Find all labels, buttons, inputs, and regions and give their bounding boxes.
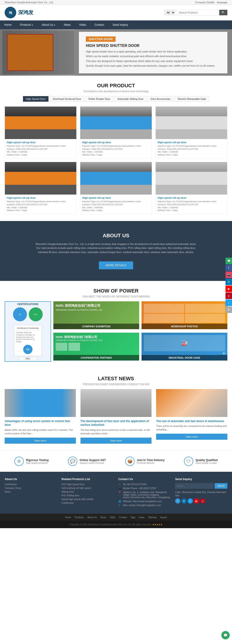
tab-electric-retractable[interactable]: Electric Retractable Gate	[175, 96, 209, 102]
news-viewmore-1[interactable]: View more	[5, 438, 76, 444]
footer-link-news[interactable]: News	[5, 490, 57, 493]
cooperative-partner-item[interactable]: Hofic 深圳鸿发自动门有限公司 SHENZHEN HONGFA AUTOMA…	[53, 333, 139, 360]
nav-send-inquiry[interactable]: Send Inquiry	[108, 20, 132, 29]
social-icon-in[interactable]: in	[181, 498, 187, 504]
sidebar-instagram[interactable]: 📷	[226, 272, 232, 278]
company-details-link[interactable]: Company Details	[195, 1, 215, 4]
footer-about-title: About Us	[5, 478, 57, 481]
feature-delivery-text: Just In Time Delivery Punctual delivery	[137, 458, 165, 464]
footer-nav-sitemap[interactable]: Sitemap	[148, 516, 157, 519]
certifications-box: CERTIFICATIONS CE FMC Certificate of Con…	[5, 301, 51, 362]
support-icon: 💬	[68, 457, 77, 466]
quality-icon: 🛡	[184, 457, 193, 466]
product-image-5	[80, 162, 152, 194]
footer-link-roller-shutter[interactable]: Speed high speed roller shutter	[61, 498, 114, 500]
search-button[interactable]: 🔍	[219, 10, 227, 15]
more-details-button[interactable]: MORE DETAILS	[99, 262, 133, 269]
news-card-2: The development of fast door and the app…	[80, 389, 152, 444]
top-bar: Shenzhen Hongfa Automatic Door Co., Ltd.…	[0, 0, 232, 5]
product-name-3: High-speed roll-up door	[158, 141, 225, 144]
footer-nav-home[interactable]: Home	[65, 516, 71, 519]
search-category-select[interactable]: All	[164, 10, 175, 15]
about-section: ABOUT US Shenzhen Hongfa Automatic Door …	[0, 221, 232, 281]
sidebar-fb[interactable]: f	[226, 265, 232, 271]
testing-icon: ⚙	[14, 457, 24, 466]
nav-products[interactable]: Products	[16, 20, 37, 29]
industrial-door-case-item[interactable]: 🏭 9k INDUSTRIAL DOOR CASE	[142, 333, 227, 360]
footer-link-certification[interactable]: Certification	[5, 483, 57, 486]
workshop-photos-item[interactable]: WORKSHOP PHOTOS	[142, 301, 227, 329]
sidebar-chat[interactable]: 💬	[226, 258, 232, 264]
sidebar-linkedin[interactable]: in	[226, 278, 232, 285]
footer-address: 📍 Address: No. 2, solidarity road, Zhang…	[118, 491, 171, 499]
company-exhibition-item[interactable]: Hofic 深圳鸿发自动门有限公司 SHENZHEN HONGFA AUTOMA…	[53, 301, 139, 329]
main-nav: Home Products About Us News Video Contac…	[0, 20, 232, 29]
footer-link-sliding[interactable]: Sliding Door	[61, 490, 114, 493]
footer-products-title: Related Products List	[61, 478, 114, 481]
social-icon-fb[interactable]: f	[175, 498, 180, 504]
product-card-4[interactable]: High-speed roll-up door Payment Type: L/…	[5, 162, 77, 214]
news-viewmore-3[interactable]: View more	[156, 434, 227, 440]
product-card-5[interactable]: High-speed roll-up door Payment Type: L/…	[80, 162, 152, 214]
email-icon: ✉	[118, 504, 122, 506]
product-card-6[interactable]: High-speed roll-up door Payment Type: L/…	[155, 162, 227, 214]
sidebar-youtube[interactable]: ▶	[226, 286, 232, 292]
product-image-2	[80, 106, 152, 139]
footer-top: About Us Certification Company Show News…	[0, 472, 232, 514]
footer-rating: ★★★★★	[152, 523, 163, 526]
footer-send-button[interactable]: SEND	[215, 483, 227, 489]
footer-nav-about[interactable]: About Us	[87, 516, 97, 519]
footer-nav-products[interactable]: Products	[75, 516, 84, 519]
nav-news[interactable]: News	[60, 20, 75, 29]
cert-fmc-doc: FMC	[18, 357, 37, 360]
footer-inquiry-input[interactable]	[175, 483, 214, 489]
nav-about[interactable]: About Us	[37, 20, 60, 29]
nav-contact[interactable]: Contact	[90, 20, 108, 29]
hero-description: High speed shutter door is a rapid opera…	[86, 50, 221, 68]
social-icon-p[interactable]: p	[200, 498, 205, 504]
footer-email: ✉ Mail: shzhen Doris@hongfadoor.com	[118, 504, 171, 506]
footer-links-value: Shenzhen's Global Site, Chinese Merchant…	[175, 491, 226, 497]
footer-link-company-show[interactable]: Company Show	[5, 487, 57, 490]
product-info-5: High-speed roll-up door Payment Type: L/…	[80, 194, 152, 214]
sidebar-social: 💬 f 📷 in ▶ p t ⬆	[226, 258, 232, 313]
product-info-1: High-speed roll-up door Payment Type: L/…	[5, 139, 76, 158]
social-icon-yt[interactable]: ▶	[194, 498, 199, 504]
footer-nav-inquiry[interactable]: Inquiry	[160, 516, 167, 519]
tab-roller-shutter[interactable]: Roller Shutter Door	[85, 96, 113, 102]
language-link[interactable]: language	[217, 1, 227, 4]
tab-automatic-sliding[interactable]: Automatic Sliding Door	[115, 96, 147, 102]
footer-nav-index[interactable]: Index	[139, 516, 145, 519]
about-description: Shenzhen Hongfa Automatic Door Co., Ltd.…	[35, 242, 197, 254]
product-card-2[interactable]: High-speed roll-up door Payment Type: L/…	[80, 106, 152, 158]
footer-link-self-resetting[interactable]: Self-resetting roll high speed	[61, 487, 114, 490]
news-section: LATEST NEWS PROVIDE RELEVANT ENGINEERING…	[0, 369, 232, 451]
sidebar-pinterest[interactable]: p	[226, 292, 232, 299]
footer-contact-col: Contact Us 📞 Tel: 86-0755-81761051 📱 Mob…	[118, 478, 171, 508]
tab-overhead-sectional[interactable]: Overhead Sectional Door	[50, 96, 84, 102]
hero-desc-4: Quickly though in/out open gate, ideal f…	[86, 64, 221, 68]
footer-nav-video[interactable]: Video	[110, 516, 116, 519]
search-input[interactable]	[176, 10, 218, 15]
footer-nav-contact[interactable]: Contact	[119, 516, 127, 519]
product-card-3[interactable]: High-speed roll-up door Payment Type: L/…	[155, 106, 227, 158]
nav-video[interactable]: Video	[75, 20, 90, 29]
footer-products-col: Related Products List PVC High Speed Doo…	[61, 478, 114, 508]
news-grid: Advantages of using servo system to cont…	[5, 389, 227, 444]
footer-link-forklift[interactable]: Forklift door	[61, 502, 114, 504]
product-card-1[interactable]: High-speed roll-up door Payment Type: L/…	[5, 106, 77, 158]
tab-high-speed-door[interactable]: High Speed Door	[23, 96, 48, 102]
sidebar-twitter[interactable]: t	[226, 300, 232, 306]
footer-nav-news[interactable]: News	[100, 516, 106, 519]
footer-nav-tags[interactable]: Tags	[130, 516, 135, 519]
news-viewmore-2[interactable]: View more	[80, 438, 152, 444]
feature-quality-desc: Good quality is safer	[196, 462, 218, 464]
social-icon-tw[interactable]: t	[188, 498, 193, 504]
footer-link-pvc-high-speed[interactable]: PVC High Speed Door	[61, 483, 114, 486]
product-image-3	[156, 106, 227, 139]
tab-door-accessories[interactable]: Door Accessories	[148, 96, 174, 102]
logo[interactable]: 鸿 深鸿发	[5, 7, 33, 18]
nav-home[interactable]: Home	[0, 20, 16, 29]
sidebar-scroll-top[interactable]: ⬆	[226, 306, 232, 313]
footer-link-pvc-rolling[interactable]: PVC Rolling door	[61, 494, 114, 497]
